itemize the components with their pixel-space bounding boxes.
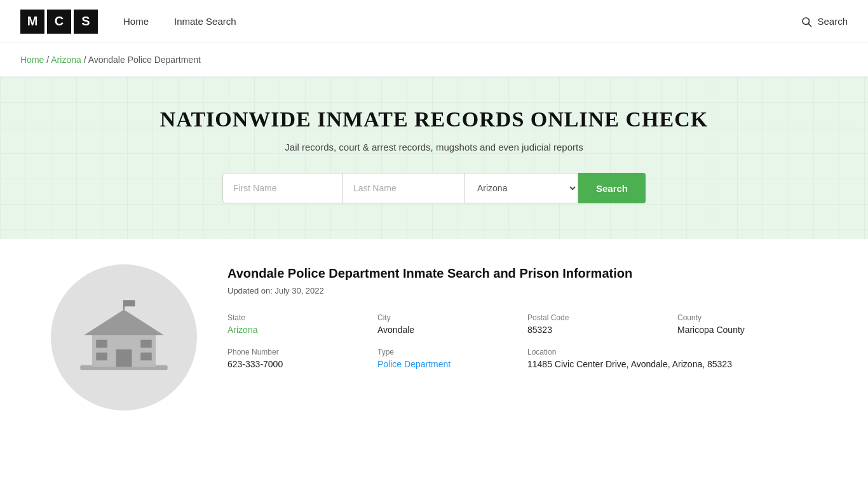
type-label: Type [377,348,517,356]
info-section: Avondale Police Department Inmate Search… [227,264,817,369]
city-label: City [377,313,517,322]
breadcrumb-home[interactable]: Home [20,55,44,65]
nav-links: Home Inmate Search [123,16,801,27]
phone-label: Phone Number [227,348,367,356]
info-grid: State Arizona City Avondale Postal Code … [227,313,817,369]
breadcrumb: Home / Arizona / Avondale Police Departm… [0,43,868,77]
info-city: City Avondale [377,313,517,335]
info-phone: Phone Number 623-333-7000 [227,348,367,369]
county-value: Maricopa County [677,325,817,335]
svg-line-1 [809,24,811,26]
nav-search-label: Search [817,16,848,27]
info-type: Type Police Department [377,348,517,369]
logo: M C S [20,10,98,34]
location-label: Location [527,348,817,356]
hero-subtitle: Jail records, court & arrest records, mu… [20,142,848,152]
updated-date: Updated on: July 30, 2022 [227,286,817,295]
nav-inmate-search[interactable]: Inmate Search [174,16,236,27]
svg-rect-6 [124,300,135,306]
search-button[interactable]: Search [578,173,646,203]
facility-image [51,264,197,410]
logo-letter-c: C [47,10,71,34]
content-section: Avondale Police Department Inmate Search… [0,239,868,436]
info-state: State Arizona [227,313,367,335]
postal-value: 85323 [527,325,667,335]
breadcrumb-state[interactable]: Arizona [51,55,81,65]
info-location: Location 11485 Civic Center Drive, Avond… [527,348,817,369]
location-value: 11485 Civic Center Drive, Avondale, Ariz… [527,359,817,369]
state-label: State [227,313,367,322]
breadcrumb-current: Avondale Police Department [88,55,201,65]
svg-rect-11 [140,353,152,361]
svg-rect-7 [116,349,132,367]
breadcrumb-sep2: / [84,55,88,65]
nav-home[interactable]: Home [123,16,149,27]
search-icon [801,16,812,27]
svg-marker-4 [85,309,164,335]
svg-rect-8 [96,340,107,348]
logo-letter-m: M [20,10,44,34]
type-value[interactable]: Police Department [377,359,451,369]
svg-rect-9 [140,340,152,348]
phone-value: 623-333-7000 [227,359,367,369]
first-name-input[interactable] [222,173,343,203]
facility-building-icon [76,290,172,385]
state-value[interactable]: Arizona [227,325,257,335]
state-select[interactable]: AlabamaAlaskaArizonaArkansasCaliforniaCo… [464,173,578,203]
nav-search-button[interactable]: Search [801,16,848,27]
hero-section: NATIONWIDE INMATE RECORDS ONLINE CHECK J… [0,77,868,239]
search-form: AlabamaAlaskaArizonaArkansasCaliforniaCo… [20,173,848,203]
info-postal: Postal Code 85323 [527,313,667,335]
postal-label: Postal Code [527,313,667,322]
svg-rect-10 [96,353,107,361]
facility-title: Avondale Police Department Inmate Search… [227,264,817,282]
info-county: County Maricopa County [677,313,817,335]
hero-title: NATIONWIDE INMATE RECORDS ONLINE CHECK [20,107,848,132]
logo-letter-s: S [74,10,98,34]
navbar: M C S Home Inmate Search Search [0,0,868,43]
county-label: County [677,313,817,322]
last-name-input[interactable] [343,173,464,203]
city-value: Avondale [377,325,517,335]
